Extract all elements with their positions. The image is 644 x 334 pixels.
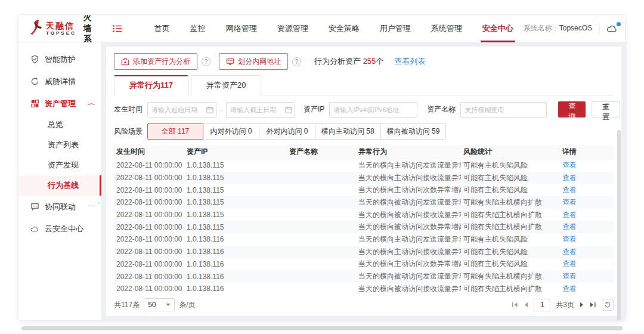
row-ip: 1.0.138.115 [184,198,287,206]
tab-abnormal-asset[interactable]: 异常资产20 [191,75,261,95]
sidebar-label: 资产管理 [45,98,76,109]
vertical-scrollbar[interactable] [617,130,621,321]
table-header: 发生时间 资产IP 资产名称 异常行为 风险统计 详情 [114,145,614,159]
divide-help-icon[interactable]: ? [292,57,301,66]
notification-dot [617,22,621,26]
scene-filter-label: 风险场景 [114,126,143,137]
view-list-link[interactable]: 查看列表 [394,56,425,67]
sidebar-item-asset-management[interactable]: 资产管理 ︿ [18,92,101,115]
asset-ip-input[interactable] [329,102,417,117]
table-row: 2022-08-11 00:00:00 1.0.138.115 当天的横向主动访… [114,172,614,184]
view-detail-link[interactable]: 查看 [562,185,577,194]
row-risk: 可能有主机失陷风险 [461,160,560,171]
page-size-select[interactable]: 50 [144,298,175,311]
prev-page-button[interactable] [524,302,528,308]
row-time: 2022-08-11 00:00:00 [114,284,184,293]
select-caret-icon [166,304,171,306]
add-asset-behavior-label: 添加资产行为分析 [133,57,190,67]
sidebar-item-behavior-baseline[interactable]: 行为基线 [18,175,101,196]
view-detail-link[interactable]: 查看 [562,272,577,280]
nav-item-security-center[interactable]: 安全中心 [472,15,524,42]
scene-in-to-out[interactable]: 内对外访问 0 [203,123,259,140]
nav-item-user[interactable]: 用户管理 [370,15,421,42]
view-detail-link[interactable]: 查看 [562,259,577,268]
asset-name-input[interactable] [460,102,547,117]
app-window: 天融信 TOPSEC 防火墙系统 首页 监控 网络管理 资源管理 安全策略 用户… [18,14,626,321]
row-behavior: 当天的横向主动访问发送流量异常增高 [356,234,461,245]
divide-intranet-label: 划分内网地址 [238,57,281,67]
reset-button[interactable]: 重置 [592,101,620,117]
total-pages-label: 共3页 [556,300,574,310]
nav-item-policy[interactable]: 安全策略 [318,15,370,42]
sidebar-item-overview[interactable]: 总览 [18,115,101,135]
row-time: 2022-08-11 00:00:00 [114,273,184,281]
top-navbar: 天融信 TOPSEC 防火墙系统 首页 监控 网络管理 资源管理 安全策略 用户… [18,15,626,42]
next-page-button[interactable] [580,302,584,308]
nav-item-monitor[interactable]: 监控 [180,15,216,42]
last-page-button[interactable] [590,302,596,308]
row-behavior: 当天的横向主动访问次数异常增高 [356,185,461,195]
row-time: 2022-08-11 00:00:00 [114,161,184,169]
col-time: 发生时间 [114,147,184,157]
sidebar-collapse-handle[interactable]: ‹ [96,193,102,213]
row-risk: 可能有主机失陷风险 [461,185,560,195]
row-behavior: 当天的横向被动访问发送流量异常增高 [356,271,461,282]
row-time: 2022-08-11 00:00:00 [114,186,184,194]
view-detail-link[interactable]: 查看 [562,198,577,206]
add-asset-behavior-button[interactable]: 添加资产行为分析 [114,53,197,70]
end-date-input[interactable] [226,102,295,117]
sidebar-item-cloud-security[interactable]: 云安全中心 [18,218,101,240]
sidebar-item-asset-discovery[interactable]: 资产发现 [18,155,101,175]
refresh-button[interactable] [602,299,614,311]
date-range-separator: - [220,106,222,114]
sidebar-sub-label: 资产列表 [48,140,79,150]
view-detail-link[interactable]: 查看 [562,211,577,219]
divide-intranet-button[interactable]: 划分内网地址 [219,53,288,70]
view-detail-link[interactable]: 查看 [562,174,577,182]
view-detail-link[interactable]: 查看 [562,248,577,256]
save-icon[interactable] [625,21,626,36]
view-detail-link[interactable]: 查看 [562,284,577,293]
row-risk: 可能有失陷主机横向扩散 [461,222,560,232]
scene-lateral-passive[interactable]: 横向被动访问 59 [381,123,447,140]
view-detail-link[interactable]: 查看 [562,222,577,231]
navbar-right: 系统名称：TopsecOS superman [524,21,626,36]
nav-item-home[interactable]: 首页 [144,15,180,42]
scene-out-to-in[interactable]: 外对内访问 0 [259,123,315,140]
briefcase-plus-icon [121,58,129,66]
row-risk: 可能有失陷主机横向扩散 [461,197,560,208]
table-row: 2022-08-11 00:00:00 1.0.138.115 当天的横向被动访… [114,209,614,221]
sidebar-sub-label: 资产发现 [48,160,79,171]
nav-item-resource[interactable]: 资源管理 [267,15,318,42]
menu-list-icon[interactable] [112,24,123,33]
cloud-sync-icon[interactable] [599,21,625,36]
sidebar-item-smart-protection[interactable]: 智能防护 [18,48,101,70]
table-row: 2022-08-11 00:00:00 1.0.138.115 当天的横向主动访… [114,184,614,196]
brand-name-cn: 天融信 [46,21,76,30]
row-risk: 可能有失陷主机横向扩散 [461,271,560,282]
nav-item-network[interactable]: 网络管理 [216,15,267,42]
tab-abnormal-behavior[interactable]: 异常行为117 [114,75,188,95]
sidebar-item-collaboration[interactable]: 协同联动 ﹀ [18,196,101,218]
nav-item-system[interactable]: 系统管理 [421,15,472,42]
table-row: 2022-08-11 00:00:00 1.0.138.115 当天的横向主动访… [114,159,614,172]
add-help-icon[interactable]: ? [202,57,210,66]
row-ip: 1.0.138.115 [184,186,287,194]
sidebar-item-threat-detail[interactable]: 威胁详情 [18,70,101,92]
row-risk: 可能有主机失陷风险 [461,234,560,245]
sidebar-sub-label: 总览 [48,119,63,130]
scene-lateral-active[interactable]: 横向主动访问 58 [315,123,381,140]
view-detail-link[interactable]: 查看 [562,235,577,243]
first-page-button[interactable] [512,302,518,308]
row-time: 2022-08-11 00:00:00 [114,248,184,256]
current-page-input[interactable]: 1 [534,299,550,311]
view-detail-link[interactable]: 查看 [562,161,577,169]
query-button[interactable]: 查询 [558,101,586,117]
system-name-value: TopsecOS [559,24,592,32]
start-date-input[interactable] [147,102,216,117]
chevron-up-icon: ︿ [88,100,95,107]
scene-all[interactable]: 全部 117 [147,123,203,140]
bottom-divider-bar [21,326,623,330]
sidebar-item-asset-list[interactable]: 资产列表 [18,135,101,155]
name-filter-label: 资产名称 [427,104,456,115]
